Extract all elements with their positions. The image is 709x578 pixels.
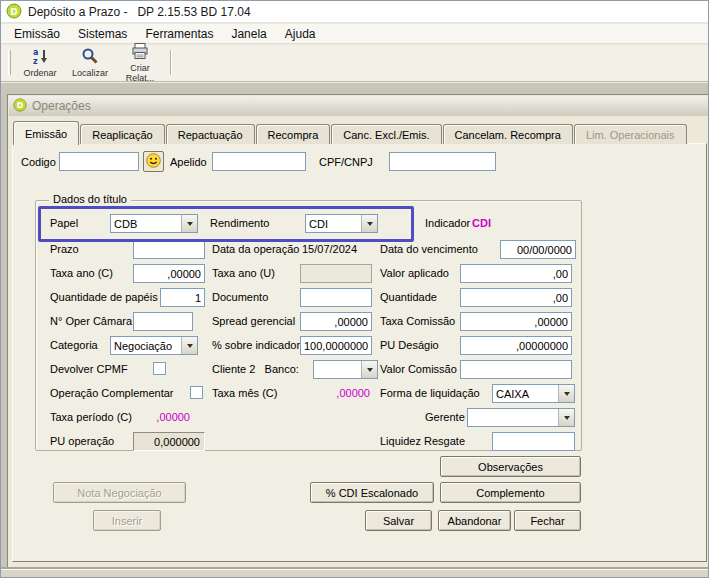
quantidade-label: Quantidade — [380, 291, 437, 303]
forma-liquidacao-dropdown-arrow-icon[interactable] — [558, 385, 574, 402]
categoria-label: Categoria — [50, 339, 98, 351]
quantidade-input[interactable] — [460, 288, 572, 307]
operacoes-window-title: Operações — [32, 99, 91, 113]
menu-janela[interactable]: Janela — [222, 24, 275, 44]
abandonar-button[interactable]: Abandonar — [438, 510, 511, 531]
operacoes-window: D Operações Emissão Reaplicação Repactua… — [7, 94, 708, 568]
forma-liquidacao-value: CAIXA — [493, 388, 558, 400]
menubar: Emissão Sistemas Ferramentas Janela Ajud… — [1, 24, 708, 44]
categoria-select[interactable]: Negociação — [110, 336, 198, 355]
cliente2-banco-dropdown-arrow-icon[interactable] — [361, 361, 377, 378]
rendimento-label: Rendimento — [210, 217, 269, 229]
cpf-cnpj-input[interactable] — [389, 152, 496, 171]
criar-relatorio-button[interactable]: Criar Relat... — [115, 46, 165, 79]
tab-reaplicacao[interactable]: Reaplicação — [80, 124, 165, 144]
forma-liquidacao-select[interactable]: CAIXA — [492, 384, 575, 403]
prazo-input[interactable] — [133, 240, 205, 259]
codigo-label: Codigo — [21, 156, 56, 168]
operacoes-window-icon: D — [13, 98, 27, 114]
data-vencimento-input[interactable] — [500, 240, 576, 259]
menu-sistemas[interactable]: Sistemas — [69, 24, 136, 44]
indicador-label: Indicador — [425, 217, 470, 229]
tab-lim-operacionais: Lim. Operacionais — [574, 124, 687, 144]
valor-comissao-input[interactable] — [460, 360, 572, 379]
valor-comissao-label: Valor Comissão — [380, 363, 457, 375]
categoria-dropdown-arrow-icon[interactable] — [181, 337, 197, 354]
tab-repactuacao[interactable]: Repactuação — [166, 124, 255, 144]
valor-aplicado-input[interactable] — [460, 264, 572, 283]
taxa-comissao-input[interactable] — [460, 312, 572, 331]
pu-operacao-value: 0,000000 — [133, 432, 205, 451]
smiley-lookup-button[interactable] — [143, 151, 164, 172]
rendimento-select[interactable]: CDI — [305, 214, 378, 233]
gerente-label: Gerente — [425, 411, 465, 423]
tab-recompra[interactable]: Recompra — [256, 124, 331, 144]
cliente2-banco-select[interactable] — [313, 360, 378, 379]
svg-text:z: z — [33, 57, 38, 66]
oper-camara-input[interactable] — [133, 312, 193, 331]
devolver-cpmf-label: Devolver CPMF — [50, 363, 128, 375]
localizar-label: Localizar — [72, 68, 108, 78]
devolver-cpmf-checkbox[interactable] — [153, 362, 166, 375]
observacoes-button[interactable]: Observações — [440, 456, 581, 477]
smiley-icon — [146, 153, 161, 171]
liquidez-resgate-input[interactable] — [492, 432, 575, 451]
sobre-indicador-input[interactable] — [300, 336, 372, 355]
sobre-indicador-label: % sobre indicador — [212, 339, 300, 351]
papel-dropdown-arrow-icon[interactable] — [181, 215, 197, 232]
taxa-periodo-c-value: ,00000 — [133, 411, 190, 423]
taxa-periodo-c-label: Taxa período (C) — [50, 411, 132, 423]
papel-select[interactable]: CDB — [110, 214, 198, 233]
search-icon — [81, 47, 99, 68]
operacoes-titlebar[interactable]: D Operações — [9, 96, 708, 116]
rendimento-dropdown-arrow-icon[interactable] — [361, 215, 377, 232]
codigo-input[interactable] — [59, 152, 139, 171]
app-icon: D — [6, 3, 22, 21]
menu-ferramentas[interactable]: Ferramentas — [136, 24, 222, 44]
emissao-tab-panel: Codigo Apelido CPF/CNPJ Dados do título … — [12, 143, 707, 562]
menu-emissao[interactable]: Emissão — [5, 24, 69, 44]
complemento-button[interactable]: Complemento — [440, 482, 581, 503]
printer-report-icon — [131, 42, 149, 63]
pu-desagio-label: PU Deságio — [380, 339, 439, 351]
salvar-button[interactable]: Salvar — [365, 510, 432, 531]
op-complementar-checkbox[interactable] — [190, 386, 203, 399]
prazo-label: Prazo — [50, 243, 79, 255]
taxa-ano-u-label: Taxa ano (U) — [212, 267, 275, 279]
tab-emissao[interactable]: Emissão — [13, 121, 79, 145]
cdi-escalonado-button[interactable]: % CDI Escalonado — [310, 482, 434, 503]
tab-canc-excl-emis[interactable]: Canc. Excl./Emis. — [331, 124, 441, 144]
tab-cancelam-recompra[interactable]: Cancelam. Recompra — [443, 124, 573, 144]
cliente2-banco-label: Cliente 2 Banco: — [212, 363, 299, 375]
app-window: { "app": { "title": "Depósito a Prazo - … — [0, 0, 709, 578]
papel-value: CDB — [111, 218, 181, 230]
taxa-ano-c-label: Taxa ano (C) — [50, 267, 113, 279]
spread-gerencial-input[interactable] — [300, 312, 372, 331]
localizar-button[interactable]: Localizar — [65, 46, 115, 79]
liquidez-resgate-label: Liquidez Resgate — [380, 435, 465, 447]
taxa-mes-c-label: Taxa mês (C) — [212, 387, 277, 399]
pu-desagio-input[interactable] — [460, 336, 572, 355]
data-vencimento-label: Data do vencimento — [380, 243, 478, 255]
categoria-value: Negociação — [111, 340, 181, 352]
menu-ajuda[interactable]: Ajuda — [276, 24, 325, 44]
qtd-papeis-input[interactable] — [160, 288, 205, 307]
gerente-dropdown-arrow-icon[interactable] — [558, 409, 574, 426]
apelido-input[interactable] — [212, 152, 306, 171]
pu-operacao-label: PU operação — [50, 435, 114, 447]
fechar-button[interactable]: Fechar — [514, 510, 581, 531]
gerente-select[interactable] — [467, 408, 575, 427]
window-title: Depósito a Prazo - DP 2.15.53 BD 17.04 — [28, 5, 251, 19]
toolbar: az Ordenar Localizar Criar Relat... — [1, 45, 708, 82]
spread-gerencial-label: Spread gerencial — [212, 315, 295, 327]
documento-input[interactable] — [300, 288, 372, 307]
forma-liquidacao-label: Forma de liquidação — [380, 387, 480, 399]
taxa-ano-c-input[interactable] — [133, 264, 205, 283]
inserir-button: Inserir — [93, 510, 161, 531]
qtd-papeis-label: Quantidade de papéis — [50, 291, 158, 303]
nota-negociacao-button: Nota Negociação — [53, 482, 186, 503]
oper-camara-label: N° Oper Câmara — [50, 315, 132, 327]
indicador-value: CDI — [472, 217, 491, 229]
ordenar-button[interactable]: az Ordenar — [15, 46, 65, 79]
ordenar-label: Ordenar — [23, 68, 56, 78]
